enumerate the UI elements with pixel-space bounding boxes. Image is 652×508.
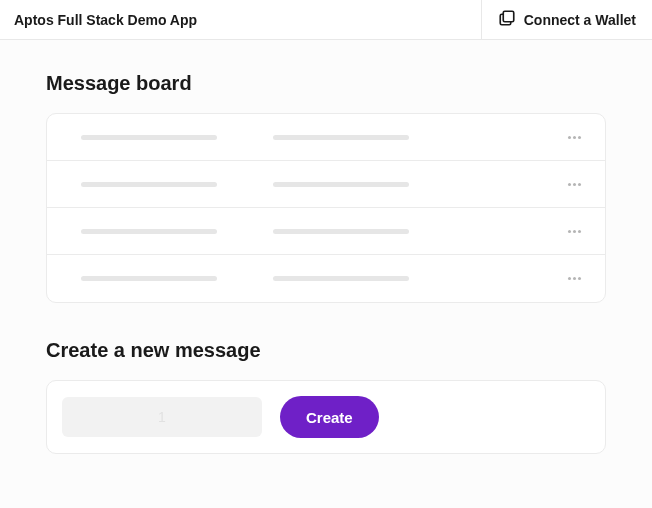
create-button[interactable]: Create: [280, 396, 379, 438]
svg-rect-0: [503, 11, 514, 22]
skeleton-cell: [63, 229, 273, 234]
skeleton-cell: [273, 182, 525, 187]
table-row: [47, 255, 605, 302]
more-options-icon[interactable]: [565, 129, 585, 145]
message-board-table: [46, 113, 606, 303]
skeleton-cell: [273, 135, 525, 140]
skeleton-cell: [273, 229, 525, 234]
table-row: [47, 114, 605, 161]
skeleton-cell: [63, 135, 273, 140]
connect-wallet-button[interactable]: Connect a Wallet: [481, 0, 652, 39]
app-header: Aptos Full Stack Demo App Connect a Wall…: [0, 0, 652, 40]
create-message-card: Create: [46, 380, 606, 454]
connect-wallet-label: Connect a Wallet: [524, 12, 636, 28]
skeleton-cell: [63, 276, 273, 281]
message-board-title: Message board: [46, 72, 606, 95]
create-message-section: Create a new message Create: [46, 339, 606, 454]
app-title: Aptos Full Stack Demo App: [0, 0, 211, 39]
skeleton-cell: [273, 276, 525, 281]
main-content: Message board: [0, 40, 652, 486]
more-options-icon[interactable]: [565, 271, 585, 287]
more-options-icon[interactable]: [565, 176, 585, 192]
skeleton-cell: [63, 182, 273, 187]
wallet-icon: [498, 9, 516, 30]
table-row: [47, 161, 605, 208]
message-input[interactable]: [62, 397, 262, 437]
table-row: [47, 208, 605, 255]
create-message-title: Create a new message: [46, 339, 606, 362]
more-options-icon[interactable]: [565, 223, 585, 239]
